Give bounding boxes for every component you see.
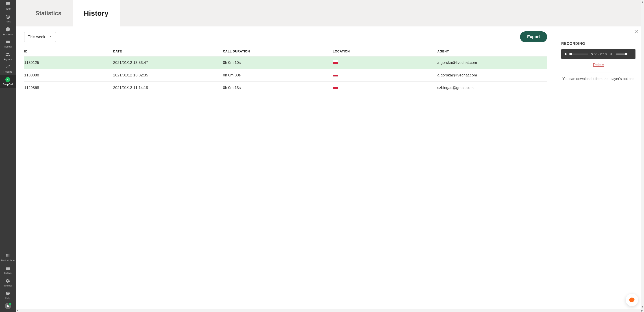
- clock-icon: [6, 27, 10, 32]
- volume-track[interactable]: [616, 53, 626, 54]
- divider: [568, 72, 629, 72]
- cell-duration: 0h 0m 10s: [223, 56, 333, 69]
- date-range-dropdown[interactable]: This week: [24, 32, 56, 42]
- panel-title: RECORDING: [561, 42, 636, 46]
- target-icon: [6, 14, 10, 19]
- horizontal-scrollbar[interactable]: ◀ ▶: [16, 309, 644, 312]
- cell-agent: szbiegas@gmail.com: [437, 82, 547, 94]
- sidebar-item-label: Archives: [3, 33, 12, 35]
- cell-id: 1130088: [24, 69, 113, 82]
- sidebar-item-settings[interactable]: Settings: [0, 277, 16, 289]
- cell-location: [333, 56, 437, 69]
- cell-agent: a.gorska@livechat.com: [437, 69, 547, 82]
- flag-poland-icon: [333, 73, 338, 77]
- sidebar-item-archives[interactable]: Archives: [0, 25, 16, 38]
- history-table-zone: This week Export ID DATE CALL DURATION: [16, 26, 556, 309]
- delete-link[interactable]: Delete: [593, 63, 604, 67]
- sidebar-avatar[interactable]: [0, 302, 16, 312]
- trend-icon: [6, 64, 10, 69]
- sidebar-item-label: Tickets: [4, 45, 12, 48]
- table-row[interactable]: 11301252021/01/12 13:53:470h 0m 10sa.gor…: [24, 56, 547, 69]
- sidebar-item-days[interactable]: 8 days: [0, 264, 16, 277]
- flag-poland-icon: [333, 60, 338, 64]
- cell-duration: 0h 0m 13s: [223, 82, 333, 94]
- sidebar-item-label: Help: [6, 297, 10, 300]
- tab-statistics[interactable]: Statistics: [24, 0, 73, 26]
- sidebar-item-label: Settings: [3, 284, 12, 287]
- help-icon: [6, 291, 10, 296]
- main: Statistics History This week Export: [16, 0, 644, 312]
- scroll-left-icon[interactable]: ◀: [16, 309, 19, 312]
- agents-icon: [6, 52, 10, 57]
- date-range-label: This week: [28, 35, 45, 39]
- sidebar-item-snapcall[interactable]: SnapCall: [0, 75, 16, 88]
- sidebar-item-help[interactable]: Help: [0, 289, 16, 302]
- recording-panel: RECORDING 0:00 / 0:10: [556, 26, 641, 309]
- sidebar-item-label: SnapCall: [3, 83, 13, 86]
- seek-handle-icon[interactable]: [569, 53, 572, 55]
- cell-date: 2021/01/12 13:32:35: [113, 69, 223, 82]
- sidebar-item-label: Traffic: [4, 20, 11, 23]
- sidebar: Chats Traffic Archives Tickets Agents: [0, 0, 16, 312]
- table-row[interactable]: 11300882021/01/12 13:32:350h 0m 30sa.gor…: [24, 69, 547, 82]
- export-button[interactable]: Export: [520, 31, 547, 42]
- cell-date: 2021/01/12 11:14:19: [113, 82, 223, 94]
- total-time: 0:10: [600, 52, 607, 56]
- tab-history[interactable]: History: [73, 0, 120, 26]
- sidebar-item-chats[interactable]: Chats: [0, 0, 16, 12]
- chat-icon: [6, 2, 10, 7]
- sidebar-item-label: 8 days: [4, 272, 12, 274]
- sidebar-item-label: Chats: [5, 8, 11, 10]
- chevron-down-icon: [49, 35, 52, 39]
- status-online-icon: [8, 302, 12, 306]
- cell-id: 1130125: [24, 56, 113, 69]
- col-id: ID: [24, 46, 113, 56]
- ticket-icon: [6, 39, 10, 44]
- download-hint: You can download it from the player's op…: [561, 77, 636, 81]
- cell-location: [333, 69, 437, 82]
- seek-track[interactable]: [571, 53, 588, 54]
- scroll-right-icon[interactable]: ▶: [640, 309, 644, 312]
- table-row[interactable]: 11298682021/01/12 11:14:190h 0m 13sszbie…: [24, 82, 547, 94]
- cell-location: [333, 82, 437, 94]
- snapcall-icon: [6, 77, 10, 82]
- flag-poland-icon: [333, 85, 338, 89]
- cell-duration: 0h 0m 30s: [223, 69, 333, 82]
- sidebar-item-label: Marketplace: [1, 259, 14, 262]
- current-time: 0:00: [591, 52, 597, 56]
- grid-icon: [6, 253, 10, 258]
- scroll-up-icon[interactable]: ▲: [641, 0, 644, 3]
- cell-date: 2021/01/12 13:53:47: [113, 56, 223, 69]
- gear-icon: [6, 278, 10, 283]
- time-display: 0:00 / 0:10: [591, 52, 607, 56]
- sidebar-item-marketplace[interactable]: Marketplace: [0, 252, 16, 264]
- col-date: DATE: [113, 46, 223, 56]
- calls-table: ID DATE CALL DURATION LOCATION AGENT 113…: [24, 46, 547, 94]
- volume-icon[interactable]: [610, 52, 614, 56]
- cell-agent: a.gorska@livechat.com: [437, 56, 547, 69]
- cell-id: 1129868: [24, 82, 113, 94]
- tabs-bar: Statistics History: [16, 0, 641, 26]
- close-icon[interactable]: [634, 29, 640, 35]
- sidebar-item-label: Agents: [4, 58, 12, 60]
- vertical-scrollbar[interactable]: ▲ ▼: [641, 0, 644, 312]
- card-icon: [6, 266, 10, 271]
- sidebar-item-reports[interactable]: Reports: [0, 63, 16, 75]
- col-location: LOCATION: [333, 46, 437, 56]
- volume-handle-icon[interactable]: [625, 53, 628, 55]
- scroll-down-icon[interactable]: ▼: [641, 305, 644, 309]
- audio-player: 0:00 / 0:10: [561, 49, 636, 59]
- sidebar-item-traffic[interactable]: Traffic: [0, 12, 16, 25]
- chat-fab[interactable]: [626, 294, 638, 306]
- sidebar-item-label: Reports: [4, 70, 12, 73]
- sidebar-item-agents[interactable]: Agents: [0, 50, 16, 63]
- col-duration: CALL DURATION: [223, 46, 333, 56]
- sidebar-item-tickets[interactable]: Tickets: [0, 38, 16, 50]
- col-agent: AGENT: [437, 46, 547, 56]
- play-icon[interactable]: [564, 52, 568, 56]
